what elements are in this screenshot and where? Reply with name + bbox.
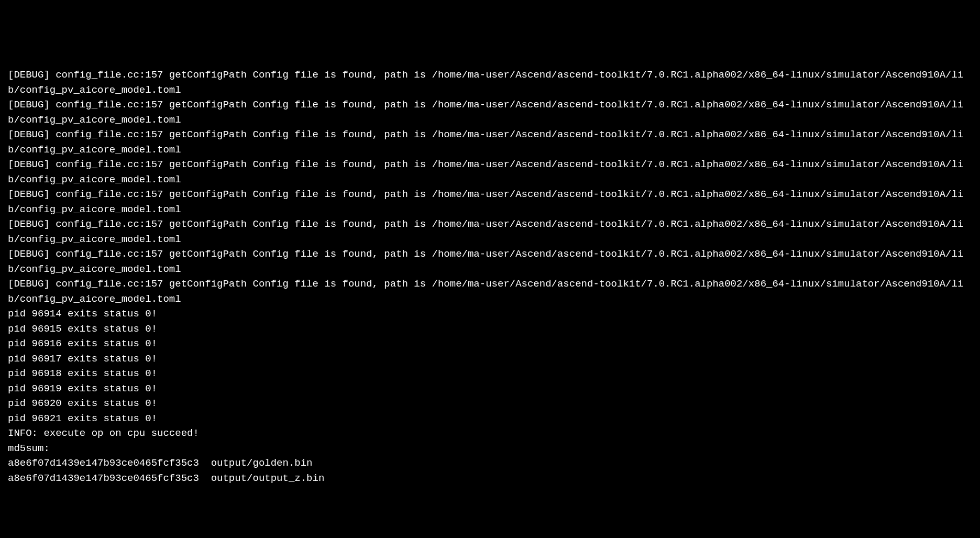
debug-line: [DEBUG] config_file.cc:157 getConfigPath… [8, 277, 972, 306]
pid-exit-line: pid 96919 exits status 0! [8, 381, 972, 397]
terminal-output[interactable]: [DEBUG] config_file.cc:157 getConfigPath… [8, 68, 972, 486]
debug-line: [DEBUG] config_file.cc:157 getConfigPath… [8, 127, 972, 157]
pid-exit-line: pid 96917 exits status 0! [8, 352, 972, 367]
md5-line: a8e6f07d1439e147b93ce0465fcf35c3 output/… [8, 456, 972, 471]
info-line: INFO: execute op on cpu succeed! [8, 426, 972, 441]
debug-line: [DEBUG] config_file.cc:157 getConfigPath… [8, 157, 972, 187]
pid-exit-line: pid 96916 exits status 0! [8, 336, 972, 352]
debug-line: [DEBUG] config_file.cc:157 getConfigPath… [8, 187, 972, 217]
debug-line: [DEBUG] config_file.cc:157 getConfigPath… [8, 247, 972, 277]
pid-exit-line: pid 96921 exits status 0! [8, 411, 972, 426]
pid-exit-line: pid 96915 exits status 0! [8, 322, 972, 337]
debug-line: [DEBUG] config_file.cc:157 getConfigPath… [8, 97, 972, 127]
debug-line: [DEBUG] config_file.cc:157 getConfigPath… [8, 68, 972, 97]
pid-exit-line: pid 96920 exits status 0! [8, 396, 972, 411]
debug-line: [DEBUG] config_file.cc:157 getConfigPath… [8, 217, 972, 247]
md5-line: a8e6f07d1439e147b93ce0465fcf35c3 output/… [8, 471, 972, 486]
pid-exit-line: pid 96918 exits status 0! [8, 366, 972, 381]
md5sum-label: md5sum: [8, 441, 972, 456]
pid-exit-line: pid 96914 exits status 0! [8, 306, 972, 322]
